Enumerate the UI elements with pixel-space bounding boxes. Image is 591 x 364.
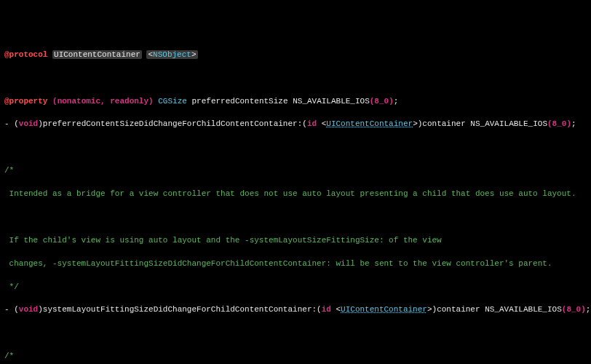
blank-line [4,142,587,154]
comment-close: */ [4,282,587,293]
comment-open: /* [4,165,587,177]
keyword-property: @property [4,97,47,106]
semicolon: ; [571,119,576,128]
avail-macro: NS_AVAILABLE_IOS [470,119,547,128]
angle-lt: < [331,305,341,314]
avail-ver: (8_0) [562,305,586,314]
blank-line [4,73,587,84]
angle-gt: > [413,119,418,128]
property-name: preferredContentSize [191,97,287,106]
method-rest: )container [432,305,485,314]
comment-line: Intended as a bridge for a view controll… [4,189,587,200]
property-attrs: (nonatomic, readonly) [52,97,154,106]
keyword-id: id [322,305,331,314]
avail-ver: (8_0) [547,119,571,128]
avail-macro: NS_AVAILABLE_IOS [293,97,370,106]
angle-lt: < [317,119,326,128]
return-type: void [19,305,38,314]
protocol-ref: UIContentContainer [341,305,427,314]
comment-line: If the child's view is using auto layout… [4,235,587,247]
code-line: @protocol UIContentContainer <NSObject> [4,50,587,61]
keyword-id: id [307,119,317,128]
type-cgsize: CGSize [158,97,187,106]
parent-protocol: NSObject [153,50,191,59]
protocol-ref: UIContentContainer [326,119,413,128]
angle-gt: > [427,305,432,314]
blank-line [4,328,587,339]
keyword-protocol: @protocol [4,50,47,59]
method-dash: - ( [4,305,19,314]
blank-line [4,212,587,223]
code-line: - (void)systemLayoutFittingSizeDidChange… [4,304,587,316]
method-dash: - ( [4,119,19,128]
semicolon: ; [394,97,399,106]
semicolon: ; [586,305,591,314]
code-line: - (void)preferredContentSizeDidChangeFor… [4,119,587,130]
avail-ver: (8_0) [370,97,394,106]
method-rest: )container [418,119,471,128]
protocol-name: UIContentContainer [52,50,142,59]
return-type: void [19,119,38,128]
method-name: )systemLayoutFittingSizeDidChangeForChil… [38,305,321,314]
comment-line: changes, -systemLayoutFittingSizeDidChan… [4,258,587,270]
avail-macro: NS_AVAILABLE_IOS [485,305,562,314]
method-name: )preferredContentSizeDidChangeForChildCo… [38,119,307,128]
angle-gt: > [191,50,197,59]
comment-open: /* [4,351,587,363]
code-line: @property (nonatomic, readonly) CGSize p… [4,96,587,108]
